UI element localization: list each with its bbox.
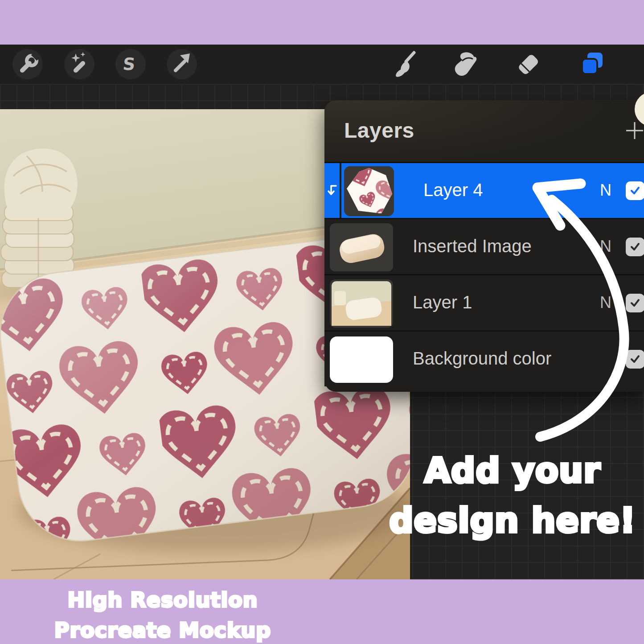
footer-line2: Procreate Mockup <box>9 615 316 644</box>
layers-panel: Layers <box>324 100 644 392</box>
layer-row-background-color[interactable]: Background color <box>324 330 644 386</box>
plus-icon <box>625 121 644 140</box>
layers-panel-header: Layers <box>324 100 644 162</box>
layer-name[interactable]: Background color <box>413 348 551 368</box>
layer-visibility-checkbox[interactable] <box>626 238 644 256</box>
layer-slide-strip[interactable] <box>324 163 340 218</box>
footer-caption: High Resolution Procreate Mockup <box>9 585 316 644</box>
inserted-image-thumbnail[interactable] <box>330 223 393 271</box>
layers-panel-title: Layers <box>344 118 414 143</box>
background-color-swatch[interactable] <box>330 336 393 383</box>
top-lavender-banner <box>0 0 644 45</box>
procreate-screenshot: Layers <box>0 0 644 644</box>
layer-visibility-checkbox[interactable] <box>626 181 644 200</box>
svg-text:S: S <box>122 54 136 74</box>
blend-mode-button[interactable]: N <box>600 181 611 200</box>
checkmark-icon <box>629 241 641 253</box>
layer-row-main[interactable]: Layer 4 N <box>341 163 644 218</box>
checkmark-icon <box>629 185 641 197</box>
checkmark-icon <box>629 297 641 309</box>
layers-list: Layer 4 N <box>324 162 644 386</box>
clip-down-arrow-icon <box>325 183 339 199</box>
eraser-icon <box>514 50 542 78</box>
smudge-button[interactable] <box>449 50 478 78</box>
checkmark-icon <box>629 353 641 365</box>
transform-button[interactable] <box>167 49 197 79</box>
layer-visibility-checkbox[interactable] <box>626 350 644 369</box>
layer-visibility-checkbox[interactable] <box>626 294 644 312</box>
footer-line1: High Resolution <box>9 585 316 615</box>
annotation-line2: design here! <box>383 496 642 546</box>
annotation-line1: Add your <box>383 446 642 496</box>
annotation-headline: Add your design here! <box>383 446 642 546</box>
layer-name[interactable]: Inserted Image <box>413 236 532 256</box>
layer-row-layer1[interactable]: Layer 1 N <box>324 274 644 330</box>
blend-mode-button[interactable]: N <box>600 237 611 256</box>
blend-mode-button[interactable]: N <box>600 293 611 312</box>
top-toolbar: S <box>0 45 644 84</box>
layers-icon <box>578 50 606 78</box>
brush-icon <box>389 50 418 78</box>
layer-name[interactable]: Layer 4 <box>423 180 483 200</box>
layers-button[interactable] <box>578 50 606 78</box>
layer-name[interactable]: Layer 1 <box>413 292 472 312</box>
adjustments-button[interactable] <box>64 49 94 79</box>
layer-row-inserted-image[interactable]: Inserted Image N <box>324 218 644 274</box>
wrench-icon <box>12 49 43 79</box>
layer1-thumbnail[interactable] <box>330 279 393 328</box>
add-layer-button[interactable] <box>625 121 644 140</box>
erase-button[interactable] <box>514 50 542 78</box>
selection-button[interactable]: S <box>115 49 146 79</box>
smudge-finger-icon <box>449 50 478 78</box>
actions-button[interactable] <box>12 49 43 79</box>
move-arrow-icon <box>167 49 197 79</box>
layer-row-layer4[interactable]: Layer 4 N <box>324 162 644 218</box>
selection-s-icon: S <box>115 49 146 79</box>
magic-wand-icon <box>64 49 94 79</box>
layer4-thumbnail[interactable] <box>344 166 394 216</box>
paint-button[interactable] <box>389 50 418 78</box>
